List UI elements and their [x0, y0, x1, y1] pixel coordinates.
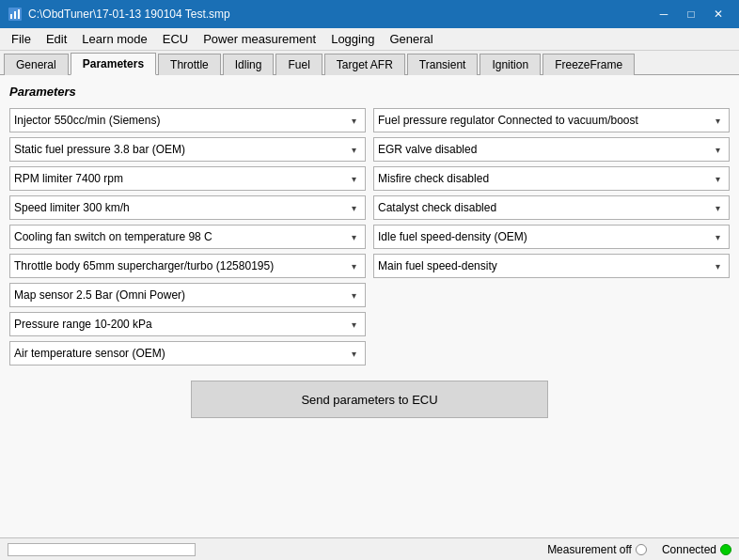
connected-label: Connected	[662, 543, 716, 556]
chevron-down-icon: ▾	[346, 229, 361, 244]
connected-circle	[720, 544, 731, 555]
chevron-down-icon: ▾	[346, 317, 361, 332]
right-column: Fuel pressure regulator Connected to vac…	[373, 108, 730, 366]
status-right: Measurement off Connected	[547, 543, 731, 556]
menu-bar: FileEditLearn modeECUPower measurementLo…	[0, 28, 739, 51]
chevron-down-icon: ▾	[346, 142, 361, 157]
section-title: Parameters	[9, 85, 730, 99]
right-dropdown-0[interactable]: Fuel pressure regulator Connected to vac…	[373, 108, 730, 132]
left-dropdown-6[interactable]: Map sensor 2.5 Bar (Omni Power)▾	[9, 283, 366, 307]
right-dropdown-label-3: Catalyst check disabled	[378, 201, 710, 214]
right-dropdown-label-2: Misfire check disabled	[378, 172, 710, 185]
status-progress	[8, 543, 547, 556]
left-dropdown-label-0: Injector 550cc/min (Siemens)	[14, 114, 346, 127]
left-dropdown-1[interactable]: Static fuel pressure 3.8 bar (OEM)▾	[9, 137, 366, 162]
left-dropdown-7[interactable]: Pressure range 10-200 kPa▾	[9, 312, 366, 336]
left-dropdown-8[interactable]: Air temperature sensor (OEM)▾	[9, 341, 366, 366]
chevron-down-icon: ▾	[710, 258, 725, 273]
window-title: C:\ObdTuner\17-01-13 190104 Test.smp	[28, 8, 651, 21]
left-column: Injector 550cc/min (Siemens)▾Static fuel…	[9, 108, 366, 366]
send-parameters-button[interactable]: Send parameters to ECU	[191, 381, 548, 418]
menu-item-learn-mode[interactable]: Learn mode	[74, 30, 154, 48]
main-content: Parameters Injector 550cc/min (Siemens)▾…	[0, 75, 739, 537]
right-dropdown-label-1: EGR valve disabled	[378, 143, 710, 156]
left-dropdown-label-6: Map sensor 2.5 Bar (Omni Power)	[14, 288, 346, 302]
chevron-down-icon: ▾	[710, 142, 725, 157]
left-dropdown-label-7: Pressure range 10-200 kPa	[14, 318, 346, 331]
right-dropdown-5[interactable]: Main fuel speed-density▾	[373, 254, 730, 278]
tab-bar: GeneralParametersThrottleIdlingFuelTarge…	[0, 51, 739, 75]
left-dropdown-3[interactable]: Speed limiter 300 km/h▾	[9, 195, 366, 220]
tab-target-afr[interactable]: Target AFR	[324, 54, 405, 75]
chevron-down-icon: ▾	[710, 113, 725, 128]
chevron-down-icon: ▾	[710, 171, 725, 186]
chevron-down-icon: ▾	[710, 200, 725, 215]
left-dropdown-label-5: Throttle body 65mm supercharger/turbo (1…	[14, 259, 346, 272]
left-dropdown-label-8: Air temperature sensor (OEM)	[14, 347, 346, 360]
tab-parameters[interactable]: Parameters	[71, 53, 156, 75]
app-icon	[8, 7, 23, 22]
tab-idling[interactable]: Idling	[223, 54, 275, 75]
right-dropdown-label-4: Idle fuel speed-density (OEM)	[378, 230, 710, 243]
close-button[interactable]: ✕	[705, 3, 731, 25]
svg-rect-3	[18, 9, 20, 19]
right-dropdown-3[interactable]: Catalyst check disabled▾	[373, 195, 730, 220]
menu-item-edit[interactable]: Edit	[39, 30, 74, 48]
right-dropdown-2[interactable]: Misfire check disabled▾	[373, 166, 730, 191]
menu-item-file[interactable]: File	[4, 30, 39, 48]
right-dropdown-label-5: Main fuel speed-density	[378, 259, 710, 272]
tab-ignition[interactable]: Ignition	[480, 54, 541, 75]
chevron-down-icon: ▾	[346, 258, 361, 273]
menu-item-ecu[interactable]: ECU	[155, 30, 196, 48]
left-dropdown-5[interactable]: Throttle body 65mm supercharger/turbo (1…	[9, 254, 366, 278]
left-dropdown-label-1: Static fuel pressure 3.8 bar (OEM)	[14, 143, 346, 156]
window-controls: ─ □ ✕	[651, 3, 731, 25]
menu-item-logging[interactable]: Logging	[323, 30, 382, 48]
tab-fuel[interactable]: Fuel	[275, 54, 322, 75]
left-dropdown-label-4: Cooling fan switch on temperature 98 C	[14, 230, 346, 243]
chevron-down-icon: ▾	[346, 171, 361, 186]
chevron-down-icon: ▾	[346, 288, 361, 303]
right-dropdown-1[interactable]: EGR valve disabled▾	[373, 137, 730, 162]
left-dropdown-0[interactable]: Injector 550cc/min (Siemens)▾	[9, 108, 366, 132]
measurement-label: Measurement off	[547, 543, 632, 556]
right-dropdown-label-0: Fuel pressure regulator Connected to vac…	[378, 114, 710, 127]
tab-throttle[interactable]: Throttle	[158, 54, 221, 75]
tab-general[interactable]: General	[4, 54, 69, 75]
chevron-down-icon: ▾	[346, 113, 361, 128]
left-dropdown-label-2: RPM limiter 7400 rpm	[14, 172, 346, 185]
maximize-button[interactable]: □	[678, 3, 704, 25]
menu-item-general[interactable]: General	[382, 30, 440, 48]
measurement-indicator: Measurement off	[547, 543, 647, 556]
left-dropdown-label-3: Speed limiter 300 km/h	[14, 201, 346, 214]
menu-item-power-measurement[interactable]: Power measurement	[196, 30, 323, 48]
tab-transient[interactable]: Transient	[407, 54, 479, 75]
status-bar: Measurement off Connected	[0, 537, 739, 560]
send-button-container: Send parameters to ECU	[9, 381, 730, 418]
chevron-down-icon: ▾	[346, 346, 361, 361]
params-container: Injector 550cc/min (Siemens)▾Static fuel…	[9, 108, 730, 366]
left-dropdown-4[interactable]: Cooling fan switch on temperature 98 C▾	[9, 225, 366, 249]
measurement-circle	[636, 544, 647, 555]
chevron-down-icon: ▾	[346, 200, 361, 215]
minimize-button[interactable]: ─	[651, 3, 677, 25]
tab-freezeframe[interactable]: FreezeFrame	[542, 54, 635, 75]
title-bar: C:\ObdTuner\17-01-13 190104 Test.smp ─ □…	[0, 0, 739, 28]
svg-rect-1	[10, 14, 12, 19]
connected-indicator: Connected	[662, 543, 731, 556]
left-dropdown-2[interactable]: RPM limiter 7400 rpm▾	[9, 166, 366, 191]
right-dropdown-4[interactable]: Idle fuel speed-density (OEM)▾	[373, 225, 730, 249]
svg-rect-2	[14, 11, 16, 19]
chevron-down-icon: ▾	[710, 229, 725, 244]
